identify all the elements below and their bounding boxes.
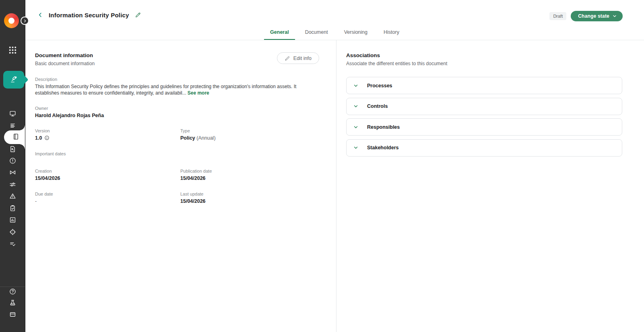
- text-lines-icon: [9, 122, 17, 131]
- change-state-label: Change state: [578, 13, 609, 19]
- see-more-link[interactable]: See more: [188, 90, 209, 96]
- publication-label: Publication date: [180, 169, 319, 173]
- edit-info-label: Edit info: [293, 56, 312, 61]
- sidebar-item-billing[interactable]: [0, 310, 25, 320]
- tab-general[interactable]: General: [264, 26, 295, 40]
- sidebar-item-reports[interactable]: [0, 216, 25, 225]
- chevron-down-icon: [353, 145, 359, 151]
- sidebar-item-documents-active[interactable]: [4, 130, 25, 144]
- association-label: Responsibles: [367, 124, 400, 130]
- association-card-processes[interactable]: Processes: [346, 77, 622, 94]
- alert-circle-icon: [9, 157, 17, 166]
- association-card-stakeholders[interactable]: Stakeholders: [346, 139, 622, 157]
- sidebar-item-risks[interactable]: [0, 192, 25, 202]
- chevron-left-icon: [37, 11, 44, 19]
- chevron-right-icon: [23, 19, 27, 23]
- tab-bar: General Document Versioning History: [25, 26, 644, 40]
- type-field: Type Policy (Annual): [180, 128, 319, 141]
- sliders-icon: [9, 181, 17, 190]
- association-card-controls[interactable]: Controls: [346, 98, 622, 115]
- type-label: Type: [180, 128, 319, 133]
- sidebar-item-settings-sliders[interactable]: [0, 180, 25, 190]
- important-dates-section: Important dates: [35, 151, 319, 158]
- creation-label: Creation: [35, 169, 180, 173]
- chevron-down-icon: [353, 83, 359, 89]
- file-arrow-icon: [9, 145, 17, 155]
- description-body: This Information Security Policy defines…: [35, 84, 296, 96]
- bowtie-icon: [9, 169, 17, 178]
- gavel-icon: [3, 71, 24, 89]
- page-title: Information Security Policy: [49, 12, 129, 19]
- due-date-label: Due date: [35, 192, 180, 196]
- association-label: Processes: [367, 83, 392, 89]
- sidebar-item-labs[interactable]: [0, 299, 25, 308]
- association-label: Stakeholders: [367, 145, 399, 151]
- checklist-icon: [9, 240, 17, 249]
- document-info-title: Document information: [35, 52, 95, 58]
- tab-history[interactable]: History: [378, 26, 405, 40]
- clipboard-check-icon: [9, 204, 17, 214]
- publication-field: Publication date 15/04/2026: [180, 169, 319, 181]
- chart-box-icon: [9, 216, 17, 225]
- change-state-button[interactable]: Change state: [571, 11, 623, 21]
- crosshair-icon: [9, 228, 17, 237]
- document-info-panel: Document information Basic document info…: [25, 40, 336, 332]
- tab-document[interactable]: Document: [299, 26, 334, 40]
- document-info-subtitle: Basic document information: [35, 61, 95, 66]
- associations-title: Associations: [346, 52, 622, 58]
- sidebar-divider: [0, 287, 25, 287]
- due-date-field: Due date -: [35, 192, 180, 204]
- flask-icon: [9, 299, 17, 308]
- tab-versioning[interactable]: Versioning: [338, 26, 374, 40]
- chevron-down-icon: [353, 103, 359, 109]
- owner-label: Owner: [35, 106, 319, 111]
- edit-info-button[interactable]: Edit info: [277, 52, 319, 64]
- important-dates-label: Important dates: [35, 151, 319, 156]
- version-value: 1.0: [35, 135, 42, 141]
- app-logo: [4, 13, 19, 28]
- description-text: This Information Security Policy defines…: [35, 84, 317, 97]
- chevron-down-icon: [353, 124, 359, 130]
- active-notch-top: [19, 125, 25, 130]
- last-update-value: 15/04/2026: [180, 198, 319, 204]
- pencil-icon: [285, 56, 290, 61]
- type-value: Policy: [180, 135, 195, 141]
- pencil-icon: [135, 12, 141, 18]
- info-icon[interactable]: [44, 135, 50, 140]
- due-date-value: -: [35, 198, 180, 204]
- sidebar-item-audits[interactable]: [0, 204, 25, 214]
- association-label: Controls: [367, 103, 388, 109]
- creation-field: Creation 15/04/2026: [35, 169, 180, 181]
- type-suffix: (Annual): [196, 135, 215, 141]
- sidebar-expand-button[interactable]: [21, 16, 29, 25]
- back-button[interactable]: [37, 11, 44, 19]
- sidebar-item-tasks[interactable]: [0, 239, 25, 249]
- monitor-icon: [9, 110, 17, 119]
- page-header: Information Security Policy Draft Change…: [25, 0, 644, 40]
- sidebar-item-objectives[interactable]: [0, 228, 25, 237]
- sidebar-item-compare[interactable]: [0, 168, 25, 178]
- associations-subtitle: Associate the different entities to this…: [346, 61, 622, 66]
- sidebar-item-compliance[interactable]: [3, 71, 24, 89]
- chevron-down-icon: [612, 14, 617, 19]
- sidebar: [0, 0, 25, 332]
- associations-panel: Associations Associate the different ent…: [336, 40, 644, 332]
- edit-title-button[interactable]: [135, 12, 141, 18]
- publication-value: 15/04/2026: [180, 175, 319, 181]
- sidebar-item-file-import[interactable]: [0, 145, 25, 155]
- last-update-field: Last update 15/04/2026: [180, 192, 319, 204]
- owner-value: Harold Alejandro Rojas Peña: [35, 113, 319, 118]
- sidebar-item-monitor[interactable]: [0, 109, 25, 119]
- apps-grid-icon[interactable]: [0, 45, 25, 55]
- status-badge: Draft: [549, 12, 566, 20]
- version-field: Version 1.0: [35, 128, 180, 141]
- book-icon: [10, 133, 20, 142]
- card-icon: [9, 311, 17, 320]
- association-card-responsibles[interactable]: Responsibles: [346, 118, 622, 136]
- sidebar-item-help[interactable]: [0, 287, 25, 297]
- last-update-label: Last update: [180, 192, 319, 196]
- sidebar-item-incidents[interactable]: [0, 157, 25, 166]
- help-icon: [9, 288, 17, 297]
- warning-triangle-icon: [9, 192, 17, 202]
- creation-value: 15/04/2026: [35, 175, 180, 181]
